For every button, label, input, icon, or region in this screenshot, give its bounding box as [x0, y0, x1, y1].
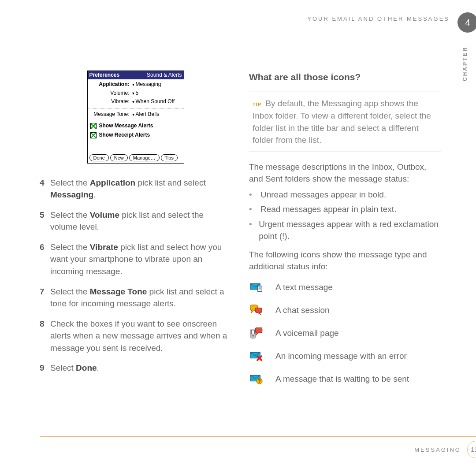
steps-list: 4Select the Application pick list and se…	[40, 177, 231, 374]
chapter-label: CHAPTER	[462, 46, 468, 81]
footer-section: MESSAGING	[414, 446, 461, 453]
tip-text: By default, the Messaging app shows the …	[253, 99, 431, 145]
status-bullets: Unread messages appear in bold. Read mes…	[249, 189, 441, 242]
palm-vib-value: When Sound Off	[132, 98, 175, 105]
palm-check-msg-alerts: Show Message Alerts	[90, 121, 181, 130]
palm-new-button: New	[110, 154, 128, 161]
palm-title-left: Preferences	[89, 71, 120, 79]
palm-vol-label: Volume:	[90, 89, 132, 97]
voicemail-page-icon	[249, 327, 263, 340]
text-message-icon	[249, 281, 263, 294]
step-9: 9Select Done.	[40, 362, 231, 374]
svg-text:?: ?	[258, 379, 260, 383]
icon-row-waiting: ? A message that is waiting to be sent	[249, 372, 441, 386]
bullet-read: Read messages appear in plain text.	[260, 203, 396, 216]
icon-row-error: An incoming message with an error	[249, 350, 441, 363]
palm-vol-value: 5	[132, 89, 139, 97]
step-5: 5Select the Volume pick list and select …	[40, 209, 231, 233]
svg-point-6	[252, 335, 253, 336]
tip-label: TIP	[253, 102, 261, 107]
step-4: 4Select the Application pick list and se…	[40, 177, 231, 201]
icons-intro: The following icons show the message typ…	[249, 249, 441, 273]
step-6: 6Select the Vibrate pick list and select…	[40, 241, 231, 278]
palm-tips-button: Tips	[161, 154, 178, 161]
footer-page-number: 111	[467, 441, 476, 458]
preferences-screenshot: Preferences Sound & Alerts Application:M…	[87, 71, 184, 164]
palm-app-value: Messaging	[132, 81, 161, 88]
icon-desc-text: A text message	[275, 281, 333, 294]
tip-box: TIP By default, the Messaging app shows …	[249, 92, 441, 152]
step-7: 7Select the Message Tone pick list and s…	[40, 286, 231, 310]
icon-desc-chat: A chat session	[275, 304, 330, 316]
palm-title-right: Sound & Alerts	[147, 71, 182, 79]
palm-check-rcpt-alerts: Show Receipt Alerts	[90, 130, 181, 140]
waiting-message-icon: ?	[249, 372, 263, 386]
bullet-urgent: Urgent messages appear with a red exclam…	[259, 218, 441, 242]
running-head: YOUR EMAIL AND OTHER MESSAGES	[40, 15, 458, 22]
chapter-number-badge: 4	[457, 12, 476, 33]
error-message-icon	[249, 350, 263, 363]
palm-done-button: Done	[89, 154, 109, 161]
icon-desc-wait: A message that is waiting to be sent	[275, 373, 409, 385]
icon-row-chat: A chat session	[249, 304, 441, 317]
icon-desc-vm: A voicemail page	[275, 327, 339, 339]
icon-desc-err: An incoming message with an error	[275, 350, 407, 362]
palm-vib-label: Vibrate:	[90, 98, 132, 105]
chat-session-icon	[249, 304, 263, 317]
step-8: 8Check the boxes if you want to see onsc…	[40, 318, 231, 354]
palm-tone-value: Alert Bells	[132, 111, 160, 118]
icon-row-text: A text message	[249, 281, 441, 294]
palm-tone-label: Message Tone:	[90, 111, 132, 118]
icon-row-voicemail: A voicemail page	[249, 327, 441, 340]
bullet-unread: Unread messages appear in bold.	[260, 189, 386, 201]
intro-paragraph: The message descriptions in the Inbox, O…	[249, 161, 441, 185]
section-heading: What are all those icons?	[249, 71, 441, 84]
palm-manage-button: Manage…	[129, 154, 160, 161]
page-footer: MESSAGING 111	[40, 436, 476, 458]
palm-app-label: Application:	[90, 81, 132, 88]
svg-rect-5	[252, 330, 255, 334]
